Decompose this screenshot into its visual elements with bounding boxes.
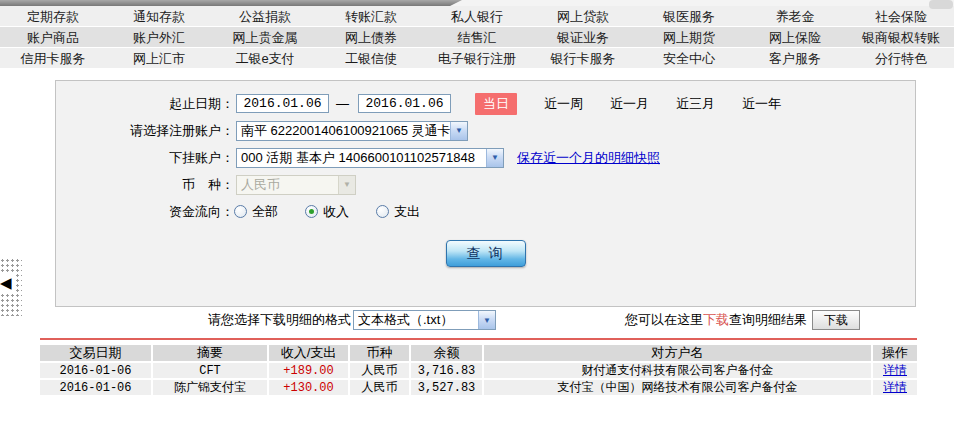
download-format-select[interactable]: 文本格式（.txt） ▼ [353,310,496,330]
radio-icon [376,205,389,218]
nav-item-online-insurance[interactable]: 网上保险 [742,27,848,47]
nav-item-precious-metals[interactable]: 网上贵金属 [212,27,318,47]
query-form-panel: 起止日期： — 当日 近一周 近一月 近三月 近一年 请选择注册账户： 南平 6… [55,80,916,307]
nav-item-online-loan[interactable]: 网上贷款 [530,6,636,26]
cell-currency: 人民币 [350,363,409,378]
cell-action: 详情 [873,363,917,378]
register-account-label: 请选择注册账户： [56,122,234,140]
nav-item-charity-donation[interactable]: 公益捐款 [212,6,318,26]
cell-date: 2016-01-06 [40,380,151,395]
register-account-select[interactable]: 南平 6222001406100921065 灵通卡 ▼ [236,121,468,141]
cell-date: 2016-01-06 [40,363,151,378]
radio-label: 全部 [252,203,278,221]
nav-item-ebanking-register[interactable]: 电子银行注册 [424,48,530,68]
header-summary: 摘要 [153,345,267,361]
quick-filter-year[interactable]: 近一年 [742,95,781,113]
chrome-tab-remnant [0,0,462,6]
nav-item-bank-securities[interactable]: 银证业务 [530,27,636,47]
quick-filter-today-badge[interactable]: 当日 [475,93,517,115]
nav-item-icbc-messenger[interactable]: 工银信使 [318,48,424,68]
sub-account-select[interactable]: 000 活期 基本户 1406600101102571848 ▼ [236,148,504,168]
currency-value: 人民币 [241,176,280,194]
detail-link[interactable]: 详情 [883,380,907,395]
date-range-label: 起止日期： [56,95,234,113]
nav-item-account-products[interactable]: 账户商品 [0,27,106,47]
main-navigation: 定期存款 通知存款 公益捐款 转账汇款 私人银行 网上贷款 银医服务 养老金 社… [0,6,954,69]
download-hint-suffix: 查询明细结果 [729,312,807,327]
cell-amount: +189.00 [269,363,348,378]
nav-item-branch-features[interactable]: 分行特色 [848,48,954,68]
date-to-input[interactable] [358,94,451,113]
cell-summary: 陈广锦支付宝 [153,380,267,395]
flow-option-expense[interactable]: 支出 [376,203,420,221]
radio-icon [305,205,318,218]
nav-item-online-futures[interactable]: 网上期货 [636,27,742,47]
table-row: 2016-01-06 CFT +189.00 人民币 3,716.83 财付通支… [40,363,917,378]
cell-counterparty: 支付宝（中国）网络技术有限公司客户备付金 [484,380,871,395]
currency-select: 人民币 ▼ [236,175,356,195]
nav-item-credit-card[interactable]: 信用卡服务 [0,48,106,68]
nav-item-online-bonds[interactable]: 网上债券 [318,27,424,47]
nav-item-icbc-epay[interactable]: 工银e支付 [212,48,318,68]
nav-item-private-banking[interactable]: 私人银行 [424,6,530,26]
nav-item-fixed-deposit[interactable]: 定期存款 [0,6,106,26]
table-row: 2016-01-06 陈广锦支付宝 +130.00 人民币 3,527.83 支… [40,380,917,395]
flow-option-income[interactable]: 收入 [305,203,349,221]
cell-currency: 人民币 [350,380,409,395]
nav-item-notice-deposit[interactable]: 通知存款 [106,6,212,26]
header-counterparty: 对方户名 [484,345,871,361]
date-from-input[interactable] [236,94,329,113]
flow-direction-row: 资金流向： 全部 收入 支出 [56,198,915,225]
header-currency: 币种 [350,345,409,361]
cell-action: 详情 [873,380,917,395]
detail-link[interactable]: 详情 [883,363,907,378]
nav-item-transfer-remittance[interactable]: 转账汇款 [318,6,424,26]
quick-filter-month[interactable]: 近一月 [610,95,649,113]
browser-chrome-strip [0,0,954,6]
radio-label: 支出 [394,203,420,221]
scrollbar-top-cap[interactable] [929,0,953,9]
header-action: 操作 [873,345,917,361]
nav-item-fx-settlement[interactable]: 结售汇 [424,27,530,47]
sub-account-value: 000 活期 基本户 1406600101102571848 [241,149,475,167]
nav-item-customer-service[interactable]: 客户服务 [742,48,848,68]
query-button[interactable]: 查 询 [446,240,526,267]
transaction-table: 交易日期 摘要 收入/支出 币种 余额 对方户名 操作 2016-01-06 C… [40,345,917,397]
cell-balance: 3,716.83 [411,363,482,378]
collapse-left-icon[interactable]: ◀ [0,274,14,292]
download-format-value: 文本格式（.txt） [358,311,453,329]
dropdown-arrow-icon: ▼ [338,176,355,194]
header-balance: 余额 [411,345,482,361]
nav-item-bankcard-service[interactable]: 银行卡服务 [530,48,636,68]
date-separator: — [336,96,349,111]
nav-item-bank-merchant-transfer[interactable]: 银商银权转账 [848,27,954,47]
nav-row-1: 定期存款 通知存款 公益捐款 转账汇款 私人银行 网上贷款 银医服务 养老金 社… [0,6,954,27]
sub-account-row: 下挂账户： 000 活期 基本户 1406600101102571848 ▼ 保… [56,144,915,171]
header-amount: 收入/支出 [269,345,348,361]
download-hint-highlight: 下载 [703,312,729,327]
download-format-label: 请您选择下载明细的格式 [208,311,351,329]
cell-counterparty: 财付通支付科技有限公司客户备付金 [484,363,871,378]
header-date: 交易日期 [40,345,151,361]
download-hint-prefix: 您可以在这里 [625,312,703,327]
flow-option-all[interactable]: 全部 [234,203,278,221]
nav-item-security-center[interactable]: 安全中心 [636,48,742,68]
cell-summary: CFT [153,363,267,378]
nav-item-account-forex[interactable]: 账户外汇 [106,27,212,47]
table-header-row: 交易日期 摘要 收入/支出 币种 余额 对方户名 操作 [40,345,917,361]
nav-item-pension[interactable]: 养老金 [742,6,848,26]
cell-balance: 3,527.83 [411,380,482,395]
nav-item-fx-market[interactable]: 网上汇市 [106,48,212,68]
download-hint-text: 您可以在这里下载查询明细结果 [625,311,807,329]
date-range-row: 起止日期： — 当日 近一周 近一月 近三月 近一年 [56,90,915,117]
quick-filter-week[interactable]: 近一周 [544,95,583,113]
nav-item-social-insurance[interactable]: 社会保险 [848,6,954,26]
save-snapshot-link[interactable]: 保存近一个月的明细快照 [517,149,660,167]
nav-row-2: 账户商品 账户外汇 网上贵金属 网上债券 结售汇 银证业务 网上期货 网上保险 … [0,27,954,48]
dropdown-arrow-icon: ▼ [486,149,503,167]
quick-filter-quarter[interactable]: 近三月 [676,95,715,113]
download-button[interactable]: 下载 [812,310,860,330]
dropdown-arrow-icon: ▼ [450,122,467,140]
nav-item-bank-medical[interactable]: 银医服务 [636,6,742,26]
radio-icon [234,205,247,218]
